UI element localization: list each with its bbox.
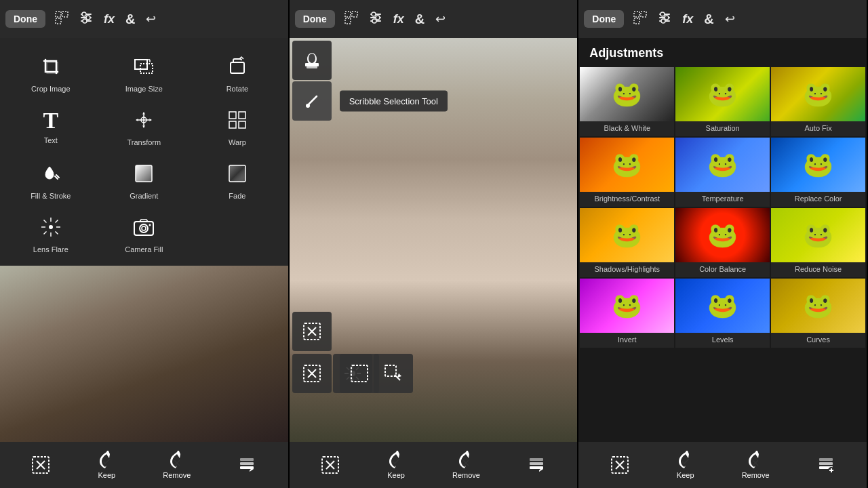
- keep-label-panel3: Keep: [677, 471, 694, 479]
- adj-label-temperature: Temperature: [701, 192, 745, 207]
- adj-curves[interactable]: 🐸 Curves: [771, 279, 865, 348]
- svg-point-50: [376, 16, 380, 20]
- adj-invert[interactable]: 🐸 Invert: [580, 279, 674, 348]
- stamp-tool-btn[interactable]: [292, 41, 332, 80]
- svg-rect-82: [634, 12, 639, 17]
- sliders-icon-p3[interactable]: [658, 11, 671, 28]
- selection-icon-p2[interactable]: [344, 11, 358, 28]
- adj-replacecolor[interactable]: 🐸 Replace Color: [771, 138, 865, 207]
- adjustments-header: Adjustments: [578, 38, 867, 66]
- done-button-panel2[interactable]: Done: [295, 10, 335, 28]
- tool-text[interactable]: T Text: [5, 102, 96, 153]
- ampersand-icon[interactable]: &: [125, 12, 135, 27]
- lasso-x-tool[interactable]: [292, 354, 332, 393]
- remove-btn-panel1[interactable]: Remove: [163, 451, 191, 479]
- ampersand-icon-p2[interactable]: &: [415, 12, 425, 27]
- lasso-cancel-tool[interactable]: [292, 312, 332, 351]
- tool-lensflare[interactable]: Lens Flare: [5, 209, 96, 260]
- remove-btn-panel3[interactable]: Remove: [742, 451, 770, 479]
- lasso-cancel-btn-p2[interactable]: [321, 455, 340, 474]
- warp-label: Warp: [229, 138, 246, 146]
- panel3: Done fx & ↩: [578, 0, 868, 488]
- adj-label-invert: Invert: [616, 333, 638, 348]
- sliders-icon-p2[interactable]: [369, 11, 382, 28]
- layers-btn-panel2[interactable]: [527, 455, 546, 474]
- svg-point-55: [309, 54, 315, 63]
- keep-btn-panel2[interactable]: Keep: [387, 451, 406, 479]
- svg-point-90: [661, 19, 665, 23]
- svg-rect-80: [530, 462, 543, 465]
- transform-icon: [133, 109, 155, 134]
- fillstroke-label: Fill & Stroke: [31, 192, 71, 200]
- remove-label-panel3: Remove: [742, 471, 770, 479]
- fx-icon[interactable]: fx: [104, 12, 115, 26]
- side-tools: Scribble Selection Tool: [290, 38, 334, 123]
- adj-noise[interactable]: 🐸 Reduce Noise: [771, 208, 865, 277]
- svg-rect-96: [819, 458, 833, 461]
- frog-temperature: 🐸: [675, 138, 770, 192]
- rotate-label: Rotate: [226, 85, 248, 93]
- adj-autofix[interactable]: 🐸 Auto Fix: [771, 67, 865, 136]
- selection-icon-p3[interactable]: [633, 11, 647, 28]
- lasso-cancel-btn-p3[interactable]: [610, 455, 629, 474]
- undo-icon[interactable]: ↩: [146, 12, 156, 26]
- fx-icon-p2[interactable]: fx: [393, 12, 404, 26]
- svg-line-27: [43, 220, 46, 223]
- svg-rect-12: [231, 62, 244, 73]
- adj-bw[interactable]: 🐸 Black & White: [580, 67, 674, 136]
- tool-fade[interactable]: Fade: [192, 156, 283, 207]
- adj-brightness[interactable]: 🐸 Brightness/Contrast: [580, 138, 674, 207]
- tool-transform[interactable]: Transform: [99, 102, 190, 153]
- done-button-panel1[interactable]: Done: [5, 10, 45, 28]
- adj-colorbalance[interactable]: 🐸 Color Balance: [675, 208, 770, 277]
- svg-rect-97: [819, 462, 833, 465]
- warp-icon: [226, 109, 248, 134]
- svg-point-51: [372, 19, 376, 23]
- tool-crop[interactable]: Crop Image: [5, 49, 96, 100]
- tool-gradient[interactable]: Gradient: [99, 156, 190, 207]
- frog-noise: 🐸: [771, 208, 865, 262]
- svg-rect-45: [345, 18, 351, 24]
- crop-icon: [40, 56, 62, 81]
- adj-saturation[interactable]: 🐸 Saturation: [675, 67, 770, 136]
- adj-temperature[interactable]: 🐸 Temperature: [675, 138, 770, 207]
- layers-btn-panel1[interactable]: [237, 455, 256, 474]
- adj-thumb-brightness: 🐸: [580, 138, 674, 192]
- selection-icon[interactable]: [55, 11, 68, 28]
- adj-thumb-invert: 🐸: [580, 279, 674, 333]
- svg-rect-41: [240, 462, 254, 465]
- scribble-tool-btn[interactable]: Scribble Selection Tool: [292, 81, 332, 121]
- panel1-photo: [0, 266, 288, 442]
- tool-camerafill[interactable]: Camera Fill: [99, 209, 190, 260]
- adj-label-bw: Black & White: [603, 121, 652, 136]
- remove-btn-panel2[interactable]: Remove: [452, 451, 480, 479]
- adj-label-shadows: Shadows/Highlights: [593, 262, 661, 277]
- tool-rotate[interactable]: Rotate: [192, 49, 283, 100]
- tool-fillstroke[interactable]: Fill & Stroke: [5, 156, 96, 207]
- add-btn-panel3[interactable]: [816, 455, 835, 474]
- rect-sel-tool[interactable]: [340, 354, 379, 393]
- undo-icon-p3[interactable]: ↩: [725, 12, 735, 26]
- svg-line-28: [55, 232, 58, 235]
- undo-icon-p2[interactable]: ↩: [435, 12, 446, 26]
- tool-warp[interactable]: Warp: [192, 102, 283, 153]
- lasso-cancel-btn[interactable]: [31, 455, 50, 474]
- toolbar-panel3: Done fx & ↩: [578, 0, 867, 38]
- adj-thumb-autofix: 🐸: [771, 67, 865, 121]
- gradient-icon: [133, 163, 155, 188]
- svg-rect-83: [641, 12, 646, 17]
- adj-levels[interactable]: 🐸 Levels: [675, 279, 770, 348]
- tools-grid: Crop Image Image Size: [0, 38, 288, 266]
- tool-imagesize[interactable]: Image Size: [99, 49, 190, 100]
- fx-icon-p3[interactable]: fx: [682, 12, 693, 26]
- done-button-panel3[interactable]: Done: [584, 10, 624, 28]
- svg-rect-19: [239, 121, 245, 128]
- sliders-icon[interactable]: [79, 11, 93, 28]
- keep-btn-panel3[interactable]: Keep: [676, 451, 695, 479]
- toolbar-icons-panel2: fx & ↩: [344, 11, 446, 28]
- adj-shadows[interactable]: 🐸 Shadows/Highlights: [580, 208, 674, 277]
- keep-btn-panel1[interactable]: Keep: [97, 451, 116, 479]
- frog-replacecolor: 🐸: [771, 138, 865, 192]
- svg-point-89: [665, 16, 669, 20]
- ampersand-icon-p3[interactable]: &: [704, 12, 713, 27]
